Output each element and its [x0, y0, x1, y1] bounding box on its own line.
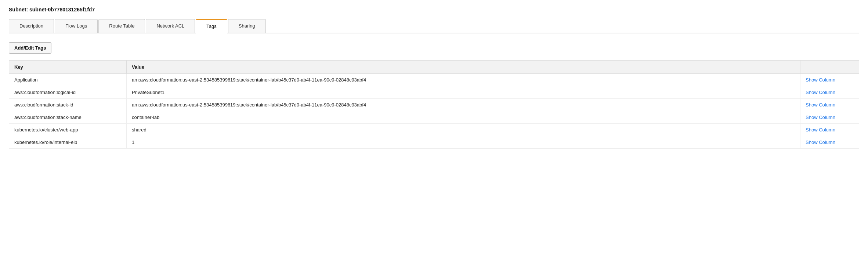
tag-value: arn:aws:cloudformation:us-east-2:5345853… — [127, 99, 800, 111]
tab-flow-logs[interactable]: Flow Logs — [55, 19, 98, 33]
table-row: aws:cloudformation:stack-idarn:aws:cloud… — [9, 99, 859, 111]
tab-description[interactable]: Description — [9, 19, 54, 33]
tag-value: PrivateSubnet1 — [127, 86, 800, 99]
tab-sharing[interactable]: Sharing — [228, 19, 266, 33]
tag-key: aws:cloudformation:logical-id — [9, 86, 127, 99]
tag-action[interactable]: Show Column — [800, 86, 859, 99]
subnet-label-text: Subnet: — [9, 7, 28, 12]
tag-key: Application — [9, 74, 127, 86]
col-header-action — [800, 61, 859, 74]
tag-key: kubernetes.io/cluster/web-app — [9, 124, 127, 136]
table-row: aws:cloudformation:logical-idPrivateSubn… — [9, 86, 859, 99]
table-header-row: Key Value — [9, 61, 859, 74]
tab-route-table[interactable]: Route Table — [98, 19, 145, 33]
tab-network-acl[interactable]: Network ACL — [146, 19, 195, 33]
tabs-bar: Description Flow Logs Route Table Networ… — [9, 19, 859, 33]
show-column-link[interactable]: Show Column — [806, 140, 835, 145]
tab-tags[interactable]: Tags — [196, 19, 227, 33]
show-column-link[interactable]: Show Column — [806, 90, 835, 95]
show-column-link[interactable]: Show Column — [806, 115, 835, 120]
tag-value: arn:aws:cloudformation:us-east-2:5345853… — [127, 74, 800, 86]
page-wrapper: Subnet: subnet-0b7780131265f1fd7 Descrip… — [0, 0, 868, 257]
show-column-link[interactable]: Show Column — [806, 77, 835, 83]
tags-table: Key Value Applicationarn:aws:cloudformat… — [9, 60, 859, 149]
table-row: kubernetes.io/cluster/web-appsharedShow … — [9, 124, 859, 136]
tag-key: kubernetes.io/role/internal-elb — [9, 136, 127, 149]
show-column-link[interactable]: Show Column — [806, 102, 835, 108]
tag-action[interactable]: Show Column — [800, 124, 859, 136]
subnet-id: subnet-0b7780131265f1fd7 — [29, 7, 95, 12]
table-row: Applicationarn:aws:cloudformation:us-eas… — [9, 74, 859, 86]
tag-key: aws:cloudformation:stack-name — [9, 111, 127, 124]
show-column-link[interactable]: Show Column — [806, 127, 835, 133]
table-row: kubernetes.io/role/internal-elb1Show Col… — [9, 136, 859, 149]
col-header-value: Value — [127, 61, 800, 74]
tag-value: 1 — [127, 136, 800, 149]
tag-key: aws:cloudformation:stack-id — [9, 99, 127, 111]
subnet-label: Subnet: subnet-0b7780131265f1fd7 — [9, 7, 859, 12]
tag-value: container-lab — [127, 111, 800, 124]
tag-action[interactable]: Show Column — [800, 74, 859, 86]
tag-action[interactable]: Show Column — [800, 136, 859, 149]
col-header-key: Key — [9, 61, 127, 74]
tag-action[interactable]: Show Column — [800, 99, 859, 111]
tag-action[interactable]: Show Column — [800, 111, 859, 124]
tag-value: shared — [127, 124, 800, 136]
table-row: aws:cloudformation:stack-namecontainer-l… — [9, 111, 859, 124]
add-edit-tags-button[interactable]: Add/Edit Tags — [9, 42, 51, 54]
